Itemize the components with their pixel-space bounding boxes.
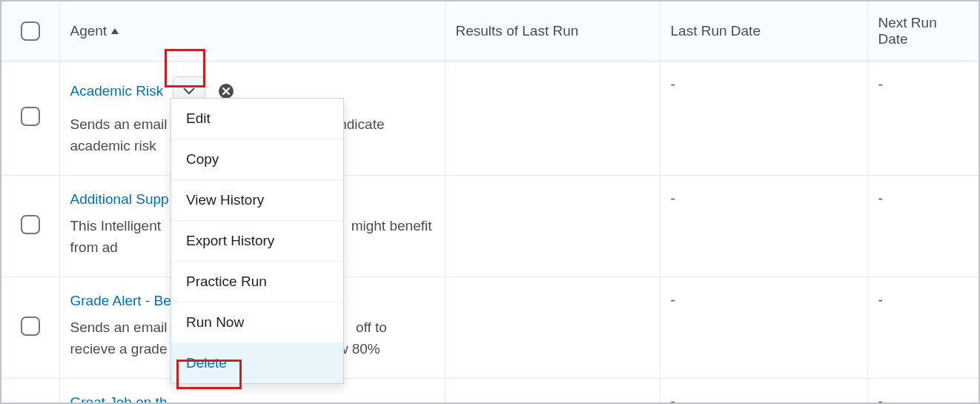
menu-item-run-now[interactable]: Run Now xyxy=(171,302,343,343)
row-checkbox[interactable] xyxy=(21,215,40,234)
chevron-down-icon xyxy=(183,87,195,95)
header-results-label: Results of Last Run xyxy=(456,23,579,39)
sort-asc-icon xyxy=(111,28,119,34)
header-last-run[interactable]: Last Run Date xyxy=(660,1,867,62)
header-next-run[interactable]: Next Run Date xyxy=(867,1,979,62)
agent-name-link[interactable]: Academic Risk xyxy=(70,83,164,99)
last-run-cell: - xyxy=(660,62,867,176)
agents-table-panel: Agent Results of Last Run Last Run Date … xyxy=(0,0,980,404)
row-checkbox-cell xyxy=(1,378,59,404)
table-row: Academic Risk Sends an email to the stud… xyxy=(1,62,979,176)
table-row: Grade Alert - Be Sends an email to the s… xyxy=(1,276,979,378)
row-checkbox[interactable] xyxy=(21,317,40,336)
agent-name-link[interactable]: Grade Alert - Be xyxy=(70,293,171,309)
results-cell xyxy=(445,378,660,404)
table-row: Additional Supp This Intelligent Agent i… xyxy=(1,175,979,276)
header-agent[interactable]: Agent xyxy=(59,1,445,62)
last-run-cell: - xyxy=(660,276,867,378)
desc-fragment: This Intelligent xyxy=(70,218,165,234)
next-run-cell: - xyxy=(867,276,979,378)
menu-item-delete[interactable]: Delete xyxy=(171,343,343,383)
last-run-cell: - xyxy=(660,175,867,276)
table-row: Great Job on th Congratulates s tudents … xyxy=(1,378,979,404)
row-checkbox-cell xyxy=(1,175,59,276)
header-checkbox-cell xyxy=(1,1,59,62)
table-header-row: Agent Results of Last Run Last Run Date … xyxy=(1,1,979,62)
desc-fragment: Sends an email xyxy=(70,319,171,335)
select-all-checkbox[interactable] xyxy=(21,21,40,41)
results-cell xyxy=(445,62,660,176)
next-run-cell: - xyxy=(867,175,979,276)
agents-table: Agent Results of Last Run Last Run Date … xyxy=(1,1,979,404)
next-run-cell: - xyxy=(867,378,979,404)
header-results[interactable]: Results of Last Run xyxy=(445,1,660,62)
agent-context-menu: Edit Copy View History Export History Pr… xyxy=(170,98,344,384)
results-cell xyxy=(445,276,660,378)
menu-item-edit[interactable]: Edit xyxy=(171,99,343,139)
results-cell xyxy=(445,175,660,276)
menu-item-export-history[interactable]: Export History xyxy=(171,221,343,262)
header-next-run-label: Next Run Date xyxy=(878,15,937,47)
header-agent-label: Agent xyxy=(70,23,107,39)
row-checkbox-cell xyxy=(1,276,59,378)
agent-name-link[interactable]: Additional Supp xyxy=(70,191,169,208)
row-checkbox-cell xyxy=(1,62,59,176)
agent-name-link[interactable]: Great Job on th xyxy=(70,394,168,404)
menu-item-copy[interactable]: Copy xyxy=(171,139,343,180)
menu-item-practice-run[interactable]: Practice Run xyxy=(171,262,343,302)
next-run-cell: - xyxy=(867,62,979,176)
menu-item-view-history[interactable]: View History xyxy=(171,180,343,221)
row-checkbox[interactable] xyxy=(21,107,40,126)
header-last-run-label: Last Run Date xyxy=(671,23,761,39)
last-run-cell: - xyxy=(660,378,867,404)
